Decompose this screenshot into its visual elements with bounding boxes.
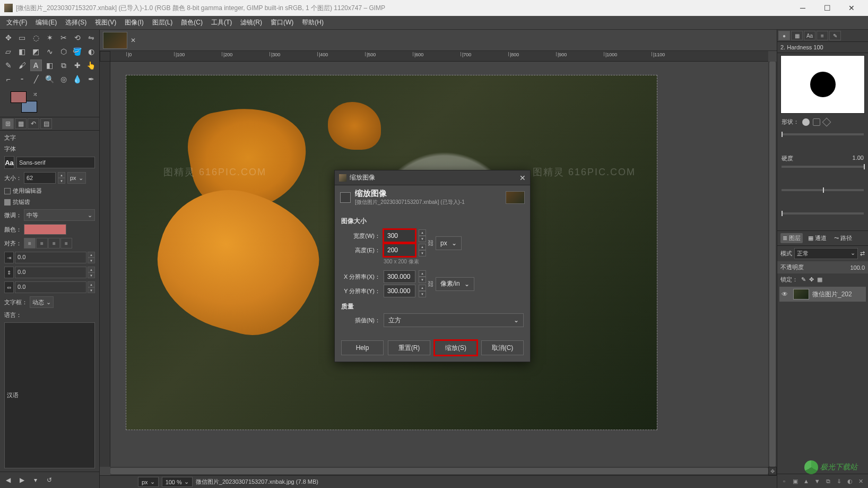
tool-clone[interactable]: ⧉ <box>58 59 70 71</box>
tab-paths[interactable]: ⤳ 路径 <box>832 233 854 243</box>
justify-fill[interactable]: ≡ <box>60 238 72 249</box>
tool-free-select[interactable]: ◌ <box>30 32 42 44</box>
menu-colors[interactable]: 颜色(C) <box>177 16 207 29</box>
tab-brushes[interactable]: ● <box>778 31 790 40</box>
size-up[interactable]: ▲ <box>58 172 65 178</box>
lock-position-icon[interactable]: ✥ <box>809 276 814 283</box>
tool-pencil[interactable]: ✎ <box>3 59 14 71</box>
tool-bucket[interactable]: 🪣 <box>72 46 83 57</box>
radius-slider[interactable] <box>782 133 864 135</box>
letter-spacing-value[interactable]: 0.0 <box>15 281 86 293</box>
lower-layer-icon[interactable]: ▼ <box>812 476 822 486</box>
menu-help[interactable]: 帮助(H) <box>298 16 328 29</box>
size-down[interactable]: ▼ <box>58 178 65 184</box>
size-input[interactable] <box>24 172 56 184</box>
menu-select[interactable]: 选择(S) <box>61 16 91 29</box>
menu-layer[interactable]: 图层(L) <box>148 16 177 29</box>
tab-history[interactable]: ≡ <box>817 31 828 40</box>
minimize-button[interactable]: ─ <box>791 0 815 16</box>
hinting-select[interactable]: 中等⌄ <box>24 209 95 221</box>
tool-crop[interactable]: ✂ <box>58 32 70 44</box>
tab-tool-options[interactable]: ⊞ <box>2 118 14 129</box>
scale-button[interactable]: 缩放(S) <box>435 340 477 355</box>
swap-colors-icon[interactable]: ⤮ <box>33 91 37 97</box>
brush-preview[interactable] <box>780 55 865 114</box>
color-selector[interactable]: ⤮ <box>11 91 37 113</box>
link-chain-icon[interactable]: ⛓ <box>426 230 436 256</box>
tab-patterns[interactable]: ▦ <box>791 31 803 40</box>
res-link-chain-icon[interactable]: ⛓ <box>426 271 436 297</box>
xres-input[interactable] <box>384 270 415 283</box>
tab-layers[interactable]: ≣ 图层 <box>780 233 803 243</box>
menu-tools[interactable]: 工具(T) <box>207 16 236 29</box>
interpolation-select[interactable]: 立方⌄ <box>384 313 524 327</box>
tool-blur[interactable]: 💧 <box>72 73 83 85</box>
mode-select[interactable]: 正常⌄ <box>794 248 858 259</box>
tool-rect-select[interactable]: ▭ <box>16 32 28 44</box>
image-tab[interactable]: ✕ <box>103 32 136 49</box>
tool-heal[interactable]: ✚ <box>72 59 83 71</box>
tool-cage[interactable]: ⬡ <box>58 46 70 57</box>
angle-slider[interactable] <box>782 212 864 215</box>
tool-ink[interactable]: ✒ <box>85 73 97 85</box>
ruler-origin[interactable] <box>100 51 110 62</box>
raise-layer-icon[interactable]: ▲ <box>801 476 811 486</box>
tool-perspective[interactable]: ▱ <box>3 46 14 57</box>
height-up[interactable]: ▲ <box>419 244 426 250</box>
scrollbar-vertical[interactable] <box>768 62 777 467</box>
font-input[interactable] <box>16 157 95 168</box>
reset-button[interactable]: 重置(R) <box>388 340 430 355</box>
save-options-icon[interactable]: ◀ <box>2 474 14 486</box>
shape-diamond[interactable] <box>822 117 831 126</box>
maximize-button[interactable]: ☐ <box>815 0 839 16</box>
tab-undo-history[interactable]: ↶ <box>28 118 39 129</box>
line-spacing-value[interactable]: 0.0 <box>15 267 86 278</box>
mode-switch-icon[interactable]: ⇄ <box>860 250 865 257</box>
lock-alpha-icon[interactable]: ▦ <box>817 276 822 283</box>
justify-right[interactable]: ≡ <box>36 238 48 249</box>
aspect-slider[interactable] <box>782 189 864 191</box>
tool-measure[interactable]: ╱ <box>30 73 42 85</box>
new-group-icon[interactable]: ▣ <box>791 476 800 486</box>
mask-layer-icon[interactable]: ◐ <box>845 476 855 486</box>
tool-color-picker[interactable]: ⁃ <box>16 73 28 85</box>
close-button[interactable]: ✕ <box>839 0 864 16</box>
delete-layer-icon[interactable]: ✕ <box>856 476 866 486</box>
size-unit-select[interactable]: px ⌄ <box>67 172 86 184</box>
tool-warp[interactable]: ∿ <box>44 46 56 57</box>
tool-zoom[interactable]: 🔍 <box>44 73 56 85</box>
restore-options-icon[interactable]: ▶ <box>16 474 28 486</box>
layer-row[interactable]: 👁 微信图片_202 <box>779 287 866 302</box>
width-up[interactable]: ▲ <box>419 229 426 236</box>
height-input[interactable] <box>384 244 415 256</box>
size-unit-select[interactable]: px⌄ <box>436 236 462 250</box>
tab-fonts[interactable]: Aa <box>804 31 815 40</box>
scrollbar-horizontal[interactable] <box>110 467 768 475</box>
duplicate-layer-icon[interactable]: ⧉ <box>823 476 833 486</box>
status-zoom-select[interactable]: 100 % ⌄ <box>162 477 193 487</box>
menu-edit[interactable]: 编辑(E) <box>31 16 61 29</box>
tool-paintbrush[interactable]: 🖌 <box>16 59 28 71</box>
tool-rotate[interactable]: ⟲ <box>72 32 83 44</box>
menu-view[interactable]: 视图(V) <box>91 16 120 29</box>
menu-file[interactable]: 文件(F) <box>2 16 31 29</box>
tool-flip[interactable]: ⇋ <box>85 32 97 44</box>
tool-handle[interactable]: ◩ <box>30 46 42 57</box>
width-down[interactable]: ▼ <box>419 236 426 242</box>
res-unit-select[interactable]: 像素/in⌄ <box>436 277 474 291</box>
tool-eraser[interactable]: ◧ <box>44 59 56 71</box>
tab-channels[interactable]: ▦ 通道 <box>806 233 829 243</box>
status-unit-select[interactable]: px ⌄ <box>138 477 159 487</box>
tab-paint-dynamics[interactable]: ✎ <box>829 31 841 40</box>
ruler-vertical[interactable] <box>100 62 110 467</box>
tab-images[interactable]: ▤ <box>40 118 52 129</box>
navigation-button[interactable]: ✥ <box>768 467 777 475</box>
ruler-horizontal[interactable]: |0 |100 |200 |300 |400 |500 |600 |700 |8… <box>110 51 768 62</box>
tool-path[interactable]: ⌐ <box>3 73 14 85</box>
help-button[interactable]: Help <box>341 340 384 355</box>
cancel-button[interactable]: 取消(C) <box>481 340 524 355</box>
justify-left[interactable]: ≡ <box>24 238 36 249</box>
shape-circle[interactable] <box>802 118 810 126</box>
tool-unified[interactable]: ◧ <box>16 46 28 57</box>
width-input[interactable] <box>384 229 415 242</box>
